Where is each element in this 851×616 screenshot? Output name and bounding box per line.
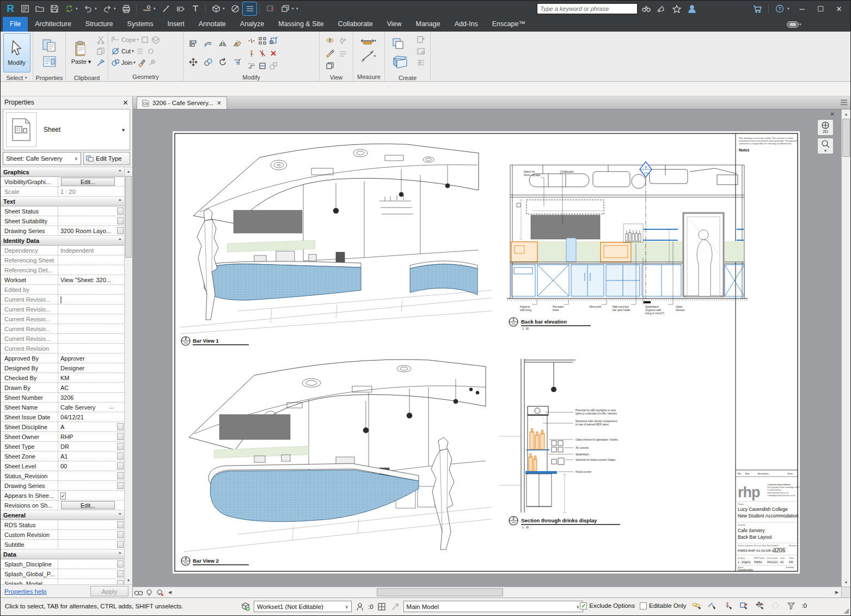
maximize-button[interactable]: ☐ bbox=[812, 3, 829, 15]
ribbon-display-toggle[interactable]: ▾ bbox=[787, 17, 804, 32]
reveal-constraints-icon[interactable] bbox=[155, 588, 166, 597]
array-icon[interactable] bbox=[258, 36, 267, 46]
scroll-left-arrow-icon[interactable]: ◀ bbox=[166, 587, 174, 597]
selection-filter-icon[interactable] bbox=[786, 601, 797, 611]
collapse-chevron-icon[interactable]: ⌃ bbox=[118, 238, 121, 243]
property-edit-button[interactable]: Edit... bbox=[61, 501, 115, 509]
offset-icon[interactable] bbox=[203, 39, 213, 48]
collapse-chevron-icon[interactable]: ⌃ bbox=[118, 169, 121, 175]
ribbon-display-caret-icon[interactable]: ▾ bbox=[799, 22, 804, 27]
panel-measure-label[interactable]: Measure bbox=[353, 72, 384, 81]
property-row[interactable]: Sheet Issue Date04/12/21 bbox=[1, 412, 124, 422]
linework-icon[interactable] bbox=[338, 48, 348, 58]
title-block-icon[interactable] bbox=[416, 46, 426, 56]
property-row[interactable]: Sheet ZoneA1 bbox=[1, 452, 124, 461]
vertical-scroll-thumb[interactable] bbox=[842, 119, 850, 157]
instance-selector[interactable]: Sheet: Cafe Servery ∨ bbox=[3, 152, 81, 165]
vertical-scrollbar[interactable]: ▲ ▼ bbox=[841, 109, 850, 587]
property-row[interactable]: RDS Status bbox=[1, 520, 124, 530]
ribbon-display-toggle-icon[interactable] bbox=[787, 21, 799, 28]
editable-only-toggle[interactable]: Editable Only bbox=[640, 602, 686, 609]
navbar-close-icon[interactable]: ✕ bbox=[830, 112, 835, 117]
open-icon[interactable] bbox=[33, 2, 46, 15]
property-checkbox[interactable] bbox=[60, 296, 62, 303]
text-icon[interactable] bbox=[188, 2, 202, 15]
property-edit-button[interactable]: Edit... bbox=[61, 178, 115, 186]
switch-windows-caret-icon[interactable]: ▾ bbox=[292, 7, 296, 11]
property-row[interactable]: Visibility/Graphi...Edit... bbox=[1, 177, 124, 187]
panel-view-label[interactable]: View bbox=[320, 74, 353, 81]
property-row[interactable]: Designed ByDesigner bbox=[1, 363, 124, 373]
cut-extra-icon[interactable] bbox=[135, 46, 145, 56]
property-value[interactable]: Approver bbox=[58, 353, 124, 363]
property-section-header[interactable]: General⌃ bbox=[1, 510, 124, 520]
property-section-header[interactable]: Text⌃ bbox=[1, 197, 124, 206]
property-section-header[interactable]: Data⌃ bbox=[1, 550, 124, 559]
property-value[interactable]: 3206 bbox=[58, 393, 124, 402]
property-row[interactable]: Sheet DisciplineA bbox=[1, 422, 124, 432]
property-row[interactable]: Drawing Series bbox=[1, 481, 124, 491]
sign-in-icon[interactable] bbox=[685, 3, 699, 15]
select-underlay-icon[interactable] bbox=[707, 601, 718, 611]
align-icon[interactable] bbox=[188, 39, 198, 48]
property-browse-button[interactable] bbox=[117, 217, 124, 224]
minimize-button[interactable]: ─ bbox=[794, 3, 810, 15]
property-value[interactable] bbox=[58, 569, 124, 578]
property-value[interactable]: DR bbox=[58, 442, 124, 451]
help-icon[interactable]: ? bbox=[773, 3, 786, 15]
property-browse-button[interactable] bbox=[117, 208, 124, 215]
sync-icon[interactable] bbox=[62, 2, 76, 15]
cut-geometry-button[interactable]: Cut▾ bbox=[111, 46, 161, 57]
temporary-hide-isolate-icon[interactable] bbox=[133, 588, 144, 597]
type-selector[interactable]: Sheet ▾ bbox=[3, 109, 130, 150]
properties-scrollbar[interactable]: ▲ ▼ bbox=[124, 167, 132, 584]
horizontal-scroll-track[interactable] bbox=[174, 587, 832, 597]
steering-wheel-button[interactable]: 2D bbox=[817, 119, 834, 136]
ribbon-tab-insert[interactable]: Insert bbox=[161, 17, 192, 32]
collapse-chevron-icon[interactable]: ⌃ bbox=[118, 552, 121, 557]
property-value[interactable] bbox=[58, 530, 124, 539]
property-browse-button[interactable] bbox=[117, 227, 124, 234]
property-value[interactable]: 1 : 20 bbox=[58, 187, 124, 196]
property-value[interactable] bbox=[58, 314, 124, 324]
ribbon-tab-systems[interactable]: Systems bbox=[120, 17, 161, 32]
property-row[interactable]: Sheet Suitability bbox=[1, 216, 124, 226]
property-value[interactable] bbox=[58, 304, 124, 314]
modify-button[interactable]: Modify bbox=[3, 33, 30, 72]
property-row[interactable]: Current Revisio... bbox=[1, 295, 124, 304]
collapse-chevron-icon[interactable]: ⌃ bbox=[118, 199, 121, 204]
legend-component-button[interactable] bbox=[387, 33, 414, 72]
scroll-up-arrow-icon[interactable]: ▲ bbox=[842, 109, 850, 118]
property-row[interactable]: WorksetView "Sheet: 320... bbox=[1, 275, 124, 285]
reset-temporary-icon[interactable] bbox=[338, 36, 348, 46]
property-row[interactable]: Edited by bbox=[1, 285, 124, 295]
property-row[interactable]: Sheet Status bbox=[1, 206, 124, 216]
help-caret-icon[interactable]: ▾ bbox=[787, 7, 792, 11]
redo-caret-icon[interactable]: ▾ bbox=[114, 7, 118, 11]
paste-button[interactable]: Paste ▾ bbox=[68, 33, 94, 72]
cut-extra2-icon[interactable] bbox=[146, 46, 156, 56]
type-selector-caret-icon[interactable]: ▾ bbox=[122, 127, 125, 133]
unpin-icon[interactable] bbox=[258, 48, 267, 58]
reveal-hidden-elements-icon[interactable] bbox=[144, 588, 155, 597]
aligned-dimension-icon[interactable] bbox=[159, 2, 173, 15]
property-row[interactable]: Sheet OwnerRHP bbox=[1, 432, 124, 442]
property-value[interactable]: KM bbox=[58, 373, 124, 382]
copy-elements-icon[interactable] bbox=[203, 57, 213, 67]
ribbon-tab-view[interactable]: View bbox=[380, 17, 409, 32]
property-value[interactable] bbox=[58, 520, 124, 529]
workset-select[interactable]: Workset1 (Not Editable) ∨ bbox=[254, 601, 352, 612]
search-input[interactable] bbox=[537, 3, 638, 14]
property-row[interactable]: Sheet Number3206 bbox=[1, 393, 124, 402]
schedule-icon[interactable] bbox=[416, 58, 426, 68]
dimension-button[interactable]: ▾ bbox=[360, 50, 378, 63]
edit-type-button[interactable]: Edit Type bbox=[83, 152, 130, 165]
communication-center-icon[interactable] bbox=[655, 3, 668, 15]
property-row[interactable]: Approved ByApprover bbox=[1, 353, 124, 363]
property-value[interactable] bbox=[58, 206, 124, 216]
apply-button[interactable]: Apply bbox=[90, 586, 128, 596]
match-type-icon[interactable] bbox=[96, 58, 106, 68]
redo-icon[interactable] bbox=[100, 2, 114, 15]
property-row[interactable]: Sheet Level00 bbox=[1, 461, 124, 471]
property-value[interactable]: AC bbox=[58, 383, 124, 392]
